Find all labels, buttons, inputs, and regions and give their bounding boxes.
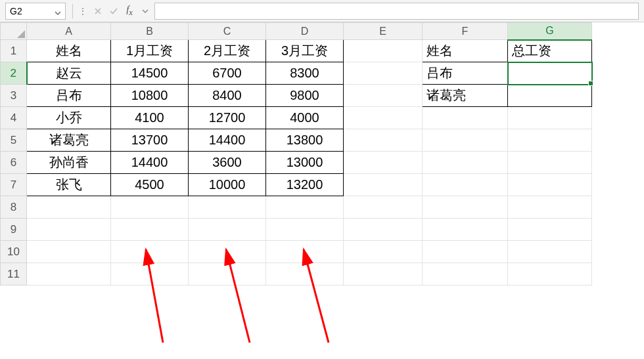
cell-E8[interactable]: [344, 196, 423, 219]
cell-C4[interactable]: 12700: [189, 107, 266, 129]
cell-F9[interactable]: [423, 219, 508, 241]
cell-A11[interactable]: [27, 263, 111, 285]
cell-D9[interactable]: [266, 219, 344, 241]
cell-D5[interactable]: 13800: [266, 129, 344, 152]
cell-G5[interactable]: [508, 129, 592, 152]
formula-input[interactable]: [154, 3, 639, 20]
cell-A8[interactable]: [27, 196, 111, 219]
cell-E11[interactable]: [344, 263, 423, 285]
cell-A7[interactable]: 张飞: [27, 174, 111, 196]
cell-D10[interactable]: [266, 241, 344, 263]
cell-A9[interactable]: [27, 219, 111, 241]
cell-B8[interactable]: [111, 196, 189, 219]
cell-E4[interactable]: [344, 107, 423, 129]
cell-G1[interactable]: 总工资: [508, 40, 592, 62]
cell-G9[interactable]: [508, 219, 592, 241]
cell-F7[interactable]: [423, 174, 508, 196]
cell-D8[interactable]: [266, 196, 344, 219]
cell-C7[interactable]: 10000: [189, 174, 266, 196]
cell-A4[interactable]: 小乔: [27, 107, 111, 129]
cell-B6[interactable]: 14400: [111, 152, 189, 174]
cell-G7[interactable]: [508, 174, 592, 196]
cell-F11[interactable]: [423, 263, 508, 285]
cell-F2[interactable]: 吕布: [423, 62, 508, 85]
cell-C11[interactable]: [189, 263, 266, 285]
cell-G4[interactable]: [508, 107, 592, 129]
chevron-down-icon[interactable]: [55, 8, 61, 14]
more-icon[interactable]: ⋮: [76, 6, 90, 16]
cell-B2[interactable]: 14500: [111, 62, 189, 85]
cell-C1[interactable]: 2月工资: [189, 40, 266, 62]
cell-G8[interactable]: [508, 196, 592, 219]
column-header-F[interactable]: F: [423, 23, 508, 40]
row-header-7[interactable]: 7: [1, 174, 27, 196]
cell-A5[interactable]: 诸葛亮: [27, 129, 111, 152]
cell-B10[interactable]: [111, 241, 189, 263]
cell-D4[interactable]: 4000: [266, 107, 344, 129]
confirm-formula-icon[interactable]: [106, 4, 121, 18]
cell-C6[interactable]: 3600: [189, 152, 266, 174]
spreadsheet-grid[interactable]: ABCDEFG1姓名1月工资2月工资3月工资姓名总工资2赵云1450067008…: [0, 22, 644, 285]
row-header-3[interactable]: 3: [1, 85, 27, 107]
row-header-5[interactable]: 5: [1, 129, 27, 152]
cell-A10[interactable]: [27, 241, 111, 263]
cell-G2[interactable]: [508, 62, 592, 85]
cell-E2[interactable]: [344, 62, 423, 85]
cell-B1[interactable]: 1月工资: [111, 40, 189, 62]
cell-D2[interactable]: 8300: [266, 62, 344, 85]
cell-F1[interactable]: 姓名: [423, 40, 508, 62]
cell-E6[interactable]: [344, 152, 423, 174]
cell-D11[interactable]: [266, 263, 344, 285]
fx-icon[interactable]: fx: [122, 4, 137, 18]
cell-C10[interactable]: [189, 241, 266, 263]
cell-F3[interactable]: 诸葛亮: [423, 85, 508, 107]
column-header-C[interactable]: C: [189, 23, 266, 40]
cell-G3[interactable]: [508, 85, 592, 107]
row-header-9[interactable]: 9: [1, 219, 27, 241]
cell-D3[interactable]: 9800: [266, 85, 344, 107]
cell-B3[interactable]: 10800: [111, 85, 189, 107]
cell-C5[interactable]: 14400: [189, 129, 266, 152]
row-header-8[interactable]: 8: [1, 196, 27, 219]
cell-E3[interactable]: [344, 85, 423, 107]
cell-A6[interactable]: 孙尚香: [27, 152, 111, 174]
cell-F4[interactable]: [423, 107, 508, 129]
cell-B5[interactable]: 13700: [111, 129, 189, 152]
cell-E1[interactable]: [344, 40, 423, 62]
cell-A2[interactable]: 赵云: [27, 62, 111, 85]
cell-E5[interactable]: [344, 129, 423, 152]
column-header-A[interactable]: A: [27, 23, 111, 40]
cell-B4[interactable]: 4100: [111, 107, 189, 129]
column-header-G[interactable]: G: [508, 23, 592, 40]
cell-G6[interactable]: [508, 152, 592, 174]
cell-C2[interactable]: 6700: [189, 62, 266, 85]
cell-F5[interactable]: [423, 129, 508, 152]
cell-G10[interactable]: [508, 241, 592, 263]
cell-A3[interactable]: 吕布: [27, 85, 111, 107]
cell-F8[interactable]: [423, 196, 508, 219]
select-all-corner[interactable]: [1, 23, 27, 40]
cell-A1[interactable]: 姓名: [27, 40, 111, 62]
row-header-1[interactable]: 1: [1, 40, 27, 62]
row-header-2[interactable]: 2: [1, 62, 27, 85]
cell-B7[interactable]: 4500: [111, 174, 189, 196]
cell-G11[interactable]: [508, 263, 592, 285]
cell-C3[interactable]: 8400: [189, 85, 266, 107]
column-header-D[interactable]: D: [266, 23, 344, 40]
cell-E10[interactable]: [344, 241, 423, 263]
name-box[interactable]: G2: [5, 3, 66, 20]
cell-F6[interactable]: [423, 152, 508, 174]
cancel-formula-icon[interactable]: [91, 4, 105, 18]
row-header-10[interactable]: 10: [1, 241, 27, 263]
column-header-B[interactable]: B: [111, 23, 189, 40]
row-header-11[interactable]: 11: [1, 263, 27, 285]
cell-C9[interactable]: [189, 219, 266, 241]
cell-D7[interactable]: 13200: [266, 174, 344, 196]
formula-dropdown-icon[interactable]: [138, 4, 152, 18]
cell-E9[interactable]: [344, 219, 423, 241]
cell-D1[interactable]: 3月工资: [266, 40, 344, 62]
cell-C8[interactable]: [189, 196, 266, 219]
column-header-E[interactable]: E: [344, 23, 423, 40]
cell-B11[interactable]: [111, 263, 189, 285]
cell-B9[interactable]: [111, 219, 189, 241]
